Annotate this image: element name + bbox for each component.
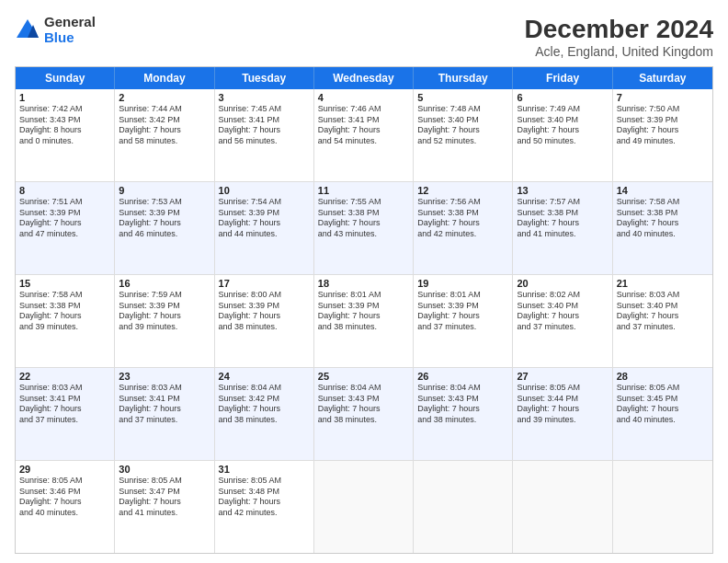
day-number: 1: [19, 92, 110, 103]
cell-info-line: Daylight: 7 hours: [219, 311, 310, 322]
cell-info-line: and 49 minutes.: [617, 136, 709, 147]
header-day-tuesday: Tuesday: [215, 67, 314, 89]
cell-info-line: Sunset: 3:46 PM: [19, 487, 110, 498]
day-cell-24: 24Sunrise: 8:04 AMSunset: 3:42 PMDayligh…: [215, 368, 314, 460]
day-number: 30: [119, 464, 210, 475]
cell-info-line: Sunset: 3:40 PM: [617, 301, 709, 312]
cell-info-line: Daylight: 7 hours: [617, 125, 709, 136]
cell-info-line: Daylight: 7 hours: [517, 404, 608, 415]
cell-info-line: Sunset: 3:41 PM: [318, 115, 409, 126]
cell-info-line: and 37 minutes.: [617, 322, 709, 333]
cell-info-line: and 42 minutes.: [219, 508, 310, 519]
day-number: 16: [119, 278, 210, 289]
cell-info-line: and 37 minutes.: [417, 322, 508, 333]
cell-info-line: and 42 minutes.: [417, 229, 508, 240]
day-cell-4: 4Sunrise: 7:46 AMSunset: 3:41 PMDaylight…: [314, 89, 414, 181]
cell-info-line: Sunset: 3:40 PM: [517, 115, 608, 126]
cell-info-line: and 38 minutes.: [318, 322, 409, 333]
cell-info-line: Sunrise: 8:05 AM: [119, 476, 210, 487]
cell-info-line: Sunrise: 8:03 AM: [119, 383, 210, 394]
logo-general-label: General: [44, 15, 96, 30]
logo-text: General Blue: [44, 15, 96, 45]
day-cell-1: 1Sunrise: 7:42 AMSunset: 3:43 PMDaylight…: [16, 89, 115, 181]
day-cell-29: 29Sunrise: 8:05 AMSunset: 3:46 PMDayligh…: [16, 461, 115, 553]
cell-info-line: and 47 minutes.: [19, 229, 110, 240]
calendar-row-2: 8Sunrise: 7:51 AMSunset: 3:39 PMDaylight…: [16, 181, 712, 274]
cell-info-line: and 37 minutes.: [119, 415, 210, 426]
header-day-thursday: Thursday: [414, 67, 513, 89]
cell-info-line: Sunrise: 7:54 AM: [219, 197, 310, 208]
cell-info-line: Sunrise: 8:05 AM: [19, 476, 110, 487]
cell-info-line: Daylight: 7 hours: [318, 125, 409, 136]
cell-info-line: Sunrise: 7:46 AM: [318, 104, 409, 115]
day-cell-5: 5Sunrise: 7:48 AMSunset: 3:40 PMDaylight…: [414, 89, 513, 181]
header: General Blue December 2024 Acle, England…: [15, 15, 713, 59]
cell-info-line: and 46 minutes.: [119, 229, 210, 240]
cell-info-line: Sunrise: 8:02 AM: [517, 290, 608, 301]
cell-info-line: Daylight: 7 hours: [19, 497, 110, 508]
cell-info-line: Sunrise: 7:58 AM: [19, 290, 110, 301]
cell-info-line: Sunrise: 8:05 AM: [617, 383, 709, 394]
day-cell-13: 13Sunrise: 7:57 AMSunset: 3:38 PMDayligh…: [513, 182, 612, 274]
cell-info-line: and 38 minutes.: [219, 322, 310, 333]
empty-cell: [613, 461, 712, 553]
cell-info-line: Daylight: 7 hours: [219, 404, 310, 415]
cell-info-line: Sunrise: 7:59 AM: [119, 290, 210, 301]
day-cell-25: 25Sunrise: 8:04 AMSunset: 3:43 PMDayligh…: [314, 368, 414, 460]
day-number: 20: [517, 278, 608, 289]
cell-info-line: Sunset: 3:39 PM: [119, 208, 210, 219]
day-cell-23: 23Sunrise: 8:03 AMSunset: 3:41 PMDayligh…: [115, 368, 214, 460]
cell-info-line: Sunrise: 7:45 AM: [219, 104, 310, 115]
day-number: 29: [19, 464, 110, 475]
cell-info-line: Sunset: 3:43 PM: [318, 394, 409, 405]
cell-info-line: Sunrise: 7:44 AM: [119, 104, 210, 115]
day-cell-30: 30Sunrise: 8:05 AMSunset: 3:47 PMDayligh…: [115, 461, 214, 553]
day-cell-15: 15Sunrise: 7:58 AMSunset: 3:38 PMDayligh…: [16, 275, 115, 367]
page: General Blue December 2024 Acle, England…: [0, 0, 728, 563]
day-number: 4: [318, 92, 409, 103]
cell-info-line: Daylight: 7 hours: [19, 404, 110, 415]
cell-info-line: Daylight: 7 hours: [417, 404, 508, 415]
cell-info-line: Daylight: 7 hours: [219, 218, 310, 229]
cell-info-line: and 56 minutes.: [219, 136, 310, 147]
cell-info-line: and 0 minutes.: [19, 136, 110, 147]
cell-info-line: Daylight: 7 hours: [517, 125, 608, 136]
day-number: 25: [318, 371, 409, 382]
cell-info-line: Sunrise: 7:42 AM: [19, 104, 110, 115]
day-cell-28: 28Sunrise: 8:05 AMSunset: 3:45 PMDayligh…: [613, 368, 712, 460]
cell-info-line: and 38 minutes.: [318, 415, 409, 426]
cell-info-line: and 41 minutes.: [119, 508, 210, 519]
cell-info-line: Sunset: 3:43 PM: [417, 394, 508, 405]
day-cell-27: 27Sunrise: 8:05 AMSunset: 3:44 PMDayligh…: [513, 368, 612, 460]
day-cell-3: 3Sunrise: 7:45 AMSunset: 3:41 PMDaylight…: [215, 89, 314, 181]
day-cell-31: 31Sunrise: 8:05 AMSunset: 3:48 PMDayligh…: [215, 461, 314, 553]
day-number: 10: [219, 185, 310, 196]
cell-info-line: Sunset: 3:42 PM: [119, 115, 210, 126]
cell-info-line: Sunrise: 7:50 AM: [617, 104, 709, 115]
day-cell-21: 21Sunrise: 8:03 AMSunset: 3:40 PMDayligh…: [613, 275, 712, 367]
cell-info-line: Sunset: 3:39 PM: [617, 115, 709, 126]
header-day-saturday: Saturday: [613, 67, 712, 89]
cell-info-line: Sunrise: 8:05 AM: [517, 383, 608, 394]
day-cell-8: 8Sunrise: 7:51 AMSunset: 3:39 PMDaylight…: [16, 182, 115, 274]
cell-info-line: Sunset: 3:38 PM: [19, 301, 110, 312]
day-cell-2: 2Sunrise: 7:44 AMSunset: 3:42 PMDaylight…: [115, 89, 214, 181]
cell-info-line: and 37 minutes.: [19, 415, 110, 426]
calendar: SundayMondayTuesdayWednesdayThursdayFrid…: [15, 66, 713, 554]
subtitle: Acle, England, United Kingdom: [525, 44, 713, 59]
cell-info-line: Sunset: 3:48 PM: [219, 487, 310, 498]
cell-info-line: Sunset: 3:44 PM: [517, 394, 608, 405]
day-cell-16: 16Sunrise: 7:59 AMSunset: 3:39 PMDayligh…: [115, 275, 214, 367]
header-day-wednesday: Wednesday: [314, 67, 414, 89]
cell-info-line: Sunset: 3:42 PM: [219, 394, 310, 405]
day-number: 11: [318, 185, 409, 196]
cell-info-line: Daylight: 7 hours: [318, 311, 409, 322]
cell-info-line: Sunrise: 8:00 AM: [219, 290, 310, 301]
cell-info-line: and 38 minutes.: [219, 415, 310, 426]
cell-info-line: Sunset: 3:41 PM: [219, 115, 310, 126]
cell-info-line: Sunset: 3:43 PM: [19, 115, 110, 126]
day-number: 13: [517, 185, 608, 196]
day-number: 17: [219, 278, 310, 289]
logo: General Blue: [15, 15, 96, 45]
day-cell-17: 17Sunrise: 8:00 AMSunset: 3:39 PMDayligh…: [215, 275, 314, 367]
